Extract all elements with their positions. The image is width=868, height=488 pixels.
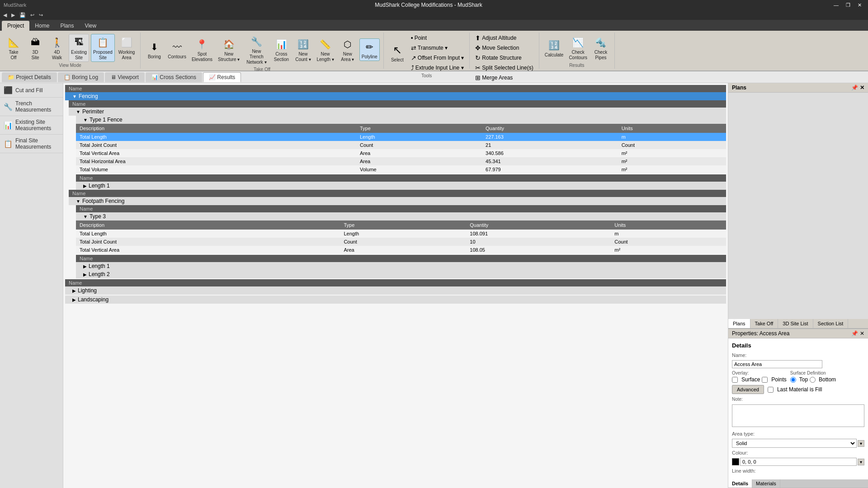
name-input[interactable] bbox=[732, 360, 822, 368]
sidebar-item-trench-measurements[interactable]: 🔧 Trench Measurements bbox=[0, 98, 63, 116]
footpath-length2-row[interactable]: ▶ Length 2 bbox=[76, 270, 726, 278]
area-type-dropdown-arrow[interactable]: ▾ bbox=[858, 440, 864, 447]
subtab-cross-sections[interactable]: 📊 Cross Sections bbox=[146, 72, 202, 82]
btn-check-pipes[interactable]: 🔩 CheckPipes bbox=[591, 34, 611, 61]
btn-transmute[interactable]: ⇄ Transmute ▾ bbox=[409, 43, 466, 52]
advanced-btn[interactable]: Advanced bbox=[732, 385, 764, 394]
tab-view[interactable]: View bbox=[79, 21, 102, 31]
subtab-results[interactable]: 📈 Results bbox=[203, 72, 241, 82]
last-material-fill-checkbox[interactable] bbox=[768, 387, 774, 393]
props-close-btn[interactable]: ✕ bbox=[860, 330, 864, 337]
btn-new-trench-network[interactable]: 🔧 New TrenchNetwork ▾ bbox=[243, 33, 269, 66]
plans-pin-btn[interactable]: 📌 bbox=[851, 84, 858, 91]
btn-new-structure[interactable]: 🏠 NewStructure ▾ bbox=[216, 36, 241, 63]
colour-select-row: 0, 0, 0 ▾ bbox=[732, 458, 864, 466]
table-row[interactable]: Total Length Length 108.091 m bbox=[76, 230, 726, 238]
btn-polyline[interactable]: ✏ Polyline bbox=[359, 38, 380, 61]
qa-redo[interactable]: ↪ bbox=[38, 12, 44, 19]
qa-undo[interactable]: ↩ bbox=[29, 12, 36, 19]
table-row[interactable]: Total Length Length 227.163 m bbox=[76, 133, 726, 141]
tools-group-label: Tools bbox=[421, 72, 432, 78]
window-controls[interactable]: — ❐ ✕ bbox=[831, 2, 864, 8]
panel-tab-3d-site-list[interactable]: 3D Site List bbox=[778, 319, 813, 328]
surface-checkbox[interactable] bbox=[732, 377, 738, 383]
note-textarea[interactable] bbox=[732, 404, 864, 427]
sidebar-item-existing-site-measurements[interactable]: 📊 Existing Site Measurements bbox=[0, 116, 63, 135]
table-row[interactable]: Total Vertical Area Area 108.05 m² bbox=[76, 246, 726, 254]
subtab-boring-log[interactable]: 📋 Boring Log bbox=[58, 72, 104, 82]
btn-proposed-site[interactable]: 📋 ProposedSite bbox=[91, 34, 115, 62]
close-btn[interactable]: ✕ bbox=[855, 2, 864, 8]
btn-cross-section[interactable]: 📊 CrossSection bbox=[271, 36, 291, 63]
btn-spot-elevations[interactable]: 📍 SpotElevations bbox=[190, 36, 214, 63]
props-pin-btn[interactable]: 📌 bbox=[851, 330, 858, 337]
btn-point[interactable]: • Point bbox=[409, 33, 466, 42]
panel-tab-take-off[interactable]: Take Off bbox=[750, 319, 778, 328]
btn-rotate-structure[interactable]: ↻ Rotate Structure bbox=[473, 53, 535, 62]
points-cb-label: Points bbox=[771, 376, 786, 383]
btn-split-selected-line[interactable]: ✂ Split Selected Line(s) bbox=[473, 63, 535, 72]
btn-existing-site[interactable]: 🏗 ExistingSite bbox=[69, 34, 89, 62]
btn-calculate[interactable]: 🔢 Calculate bbox=[543, 37, 566, 59]
tab-plans[interactable]: Plans bbox=[55, 21, 79, 31]
minimize-btn[interactable]: — bbox=[831, 2, 841, 8]
transmute-icon: ⇄ bbox=[411, 44, 416, 52]
plans-close-btn[interactable]: ✕ bbox=[860, 84, 864, 91]
qa-save[interactable]: 💾 bbox=[18, 12, 27, 19]
merge-areas-icon: ⊞ bbox=[475, 74, 481, 81]
btn-select[interactable]: ↖ Select bbox=[387, 42, 407, 64]
area-type-select[interactable]: Solid bbox=[732, 439, 857, 448]
footpath-fencing-row[interactable]: ▼ Footpath Fencing bbox=[69, 197, 726, 205]
panel-tab-section-list[interactable]: Section List bbox=[813, 319, 849, 328]
new-structure-label: NewStructure ▾ bbox=[218, 52, 240, 62]
btn-contours[interactable]: 〰 Contours bbox=[166, 39, 188, 61]
maximize-btn[interactable]: ❐ bbox=[843, 2, 853, 8]
type1fence-section: ▼ Type 1 Fence Description Type Quantity… bbox=[69, 116, 726, 190]
table-row[interactable]: Total Joint Count Count 10 Count bbox=[76, 238, 726, 246]
sidebar-item-final-site-measurements[interactable]: 📋 Final Site Measurements bbox=[0, 135, 63, 153]
type1fence-row[interactable]: ▼ Type 1 Fence bbox=[76, 116, 726, 124]
split-line-icon: ✂ bbox=[475, 64, 481, 71]
table-row[interactable]: Total Joint Count Count 21 Count bbox=[76, 141, 726, 149]
tab-home[interactable]: Home bbox=[29, 21, 55, 31]
btn-working-area[interactable]: ⬜ WorkingArea bbox=[117, 34, 137, 61]
btn-extrude-input-line[interactable]: ⤴ Extrude Input Line ▾ bbox=[409, 63, 466, 72]
btn-4d-walk[interactable]: 🚶 4DWalk bbox=[47, 34, 67, 61]
qa-forward[interactable]: ▶ bbox=[10, 12, 16, 19]
btn-offset-from-input[interactable]: ↗ Offset From Input ▾ bbox=[409, 53, 466, 62]
btn-3d-site[interactable]: 🏔 3DSite bbox=[25, 34, 45, 61]
btn-new-count[interactable]: 🔢 NewCount ▾ bbox=[293, 36, 313, 63]
table-row[interactable]: Total Vertical Area Area 340.586 m² bbox=[76, 149, 726, 157]
table-row[interactable]: Total Horizontal Area Area 45.341 m² bbox=[76, 157, 726, 165]
btn-take-off[interactable]: 📐 TakeOff bbox=[4, 34, 24, 61]
btn-new-length[interactable]: 📏 NewLength ▾ bbox=[315, 36, 335, 63]
subtab-project-details[interactable]: 📁 Project Details bbox=[2, 72, 57, 82]
sidebar-item-cut-fill[interactable]: ⬛ Cut and Fill bbox=[0, 83, 63, 98]
btn-merge-areas[interactable]: ⊞ Merge Areas bbox=[473, 73, 535, 82]
type3-row[interactable]: ▼ Type 3 bbox=[76, 212, 726, 221]
length1-row[interactable]: ▶ Length 1 bbox=[76, 182, 726, 190]
footpath-length1-row[interactable]: ▶ Length 1 bbox=[76, 262, 726, 270]
new-area-icon: ⬡ bbox=[340, 37, 355, 52]
points-checkbox[interactable] bbox=[762, 377, 768, 383]
panel-tab-plans[interactable]: Plans bbox=[728, 319, 750, 328]
panel-bottom-tab-details[interactable]: Details bbox=[728, 479, 752, 488]
top-radio[interactable] bbox=[790, 377, 796, 383]
btn-adjust-altitude[interactable]: ⬆ Adjust Altitude bbox=[473, 33, 535, 42]
fencing-header[interactable]: ▼ Fencing bbox=[65, 92, 726, 100]
tab-project[interactable]: Project bbox=[2, 21, 29, 31]
subtab-viewport[interactable]: 🖥 Viewport bbox=[105, 72, 145, 82]
lighting-header[interactable]: ▶ Lighting bbox=[65, 286, 726, 295]
btn-new-area[interactable]: ⬡ NewArea ▾ bbox=[338, 36, 358, 63]
bottom-radio[interactable] bbox=[810, 377, 816, 383]
btn-move-selection[interactable]: ✥ Move Selection bbox=[473, 43, 535, 52]
landscaping-header[interactable]: ▶ Landscaping bbox=[65, 296, 726, 304]
panel-bottom-tab-materials[interactable]: Materials bbox=[752, 479, 780, 488]
final-measurements-icon: 📋 bbox=[4, 140, 13, 148]
perimeter-row[interactable]: ▼ Perimiter bbox=[69, 108, 726, 116]
btn-boring[interactable]: ⬇ Boring bbox=[144, 39, 164, 61]
qa-back[interactable]: ◀ bbox=[2, 12, 8, 19]
colour-dropdown-arrow[interactable]: ▾ bbox=[858, 459, 864, 465]
table-row[interactable]: Total Volume Volume 67.979 m² bbox=[76, 165, 726, 174]
btn-check-contours[interactable]: 📉 CheckContours bbox=[567, 34, 589, 61]
